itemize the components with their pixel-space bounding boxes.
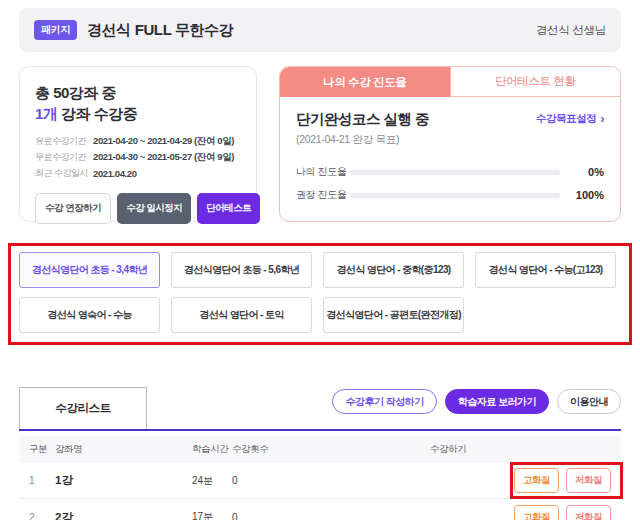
last-attended-label: 최근 수강일시 [35,167,93,180]
col-header-no: 구분 [29,443,55,456]
paid-period-row: 유료수강기간 2021-04-20 ~ 2021-04-29 (잔여 0일) [35,135,250,148]
last-attended-value: 2021.04.20 [93,168,137,179]
free-period-label: 무료수강기간 [35,151,93,164]
view-count: 0 [232,475,282,486]
attend-cell: 고화질 저화질 [282,505,611,520]
row-number: 2 [29,512,55,520]
col-header-study-time: 학습시간 [192,443,232,456]
enrollment-info-rows: 유료수강기간 2021-04-20 ~ 2021-04-29 (잔여 0일) 무… [35,135,250,180]
category-tab-elementary-34[interactable]: 경선식영단어 초등 - 3,4학년 [19,252,160,288]
progress-rows: 나의 진도율 0% 권장 진도율 100% [296,165,604,202]
category-row-1: 경선식영단어 초등 - 3,4학년 경선식영단어 초등 - 5,6학년 경선식 … [19,252,629,288]
hd-quality-button[interactable]: 고화질 [514,505,559,520]
sd-quality-button[interactable]: 저화질 [566,468,611,493]
paid-period-value: 2021-04-20 ~ 2021-04-29 (잔여 0일) [93,135,234,148]
quality-buttons: 고화질 저화질 [514,468,611,493]
lecture-name: 1강 [55,473,192,488]
tab-word-test-status[interactable]: 단어테스트 현황 [450,67,621,97]
chevron-right-icon: › [600,112,604,126]
my-progress-row: 나의 진도율 0% [296,165,604,179]
course-goal-date: (2021-04-21 완강 목표) [296,133,429,147]
category-tab-middle-school[interactable]: 경선식 영단어 - 중학(중123) [323,252,464,288]
study-time: 24분 [192,474,232,488]
free-period-row: 무료수강기간 2021-04-30 ~ 2021-05-27 (잔여 9일) [35,151,250,164]
current-courses-line: 1개 강좌 수강중 [35,103,250,124]
enrollment-summary-card: 총 50강좌 중 1개 강좌 수강중 유료수강기간 2021-04-20 ~ 2… [19,66,257,222]
category-tab-elementary-56[interactable]: 경선식영단어 초등 - 5,6학년 [171,252,312,288]
progress-card-body: 단기완성코스 실행 중 (2021-04-21 완강 목표) 수강목표설정› 나… [280,97,620,202]
category-row-2: 경선식 영숙어 - 수능 경선식 영단어 - 토익 경선식영단어 - 공편토(완… [19,297,629,333]
lecture-name: 2강 [55,510,192,520]
progress-card: 나의 수강 진도율 단어테스트 현황 단기완성코스 실행 중 (2021-04-… [279,66,621,222]
study-materials-button[interactable]: 학습자료 보러가기 [445,389,549,414]
my-progress-bar-track [350,170,560,175]
sd-quality-button[interactable]: 저화질 [566,505,611,520]
row-number: 1 [29,475,55,486]
course-status-row: 단기완성코스 실행 중 (2021-04-21 완강 목표) 수강목표설정› [296,110,604,147]
enrollment-headline: 총 50강좌 중 1개 강좌 수강중 [35,82,250,124]
tab-my-progress[interactable]: 나의 수강 진도율 [280,67,450,97]
course-list-actions: 수강후기 작성하기 학습자료 보러가기 이용안내 [332,389,621,414]
tab-course-list[interactable]: 수강리스트 [19,387,147,429]
category-tab-toeic[interactable]: 경선식 영단어 - 토익 [171,297,312,333]
table-header-row: 구분 강좌명 학습시간 수강횟수 수강하기 [19,436,621,463]
category-tab-gongpyeonto[interactable]: 경선식영단어 - 공편토(완전개정) [323,297,464,333]
table-row-lecture-1: 1 1강 24분 0 고화질 저화질 [19,463,621,499]
course-status-block: 단기완성코스 실행 중 (2021-04-21 완강 목표) [296,110,429,147]
category-tab-idioms-suneung[interactable]: 경선식 영숙어 - 수능 [19,297,160,333]
total-courses-line: 총 50강좌 중 [35,82,250,103]
col-header-course-name: 강좌명 [55,443,192,456]
view-count: 0 [232,512,282,520]
quality-buttons: 고화질 저화질 [514,505,611,520]
page-title: 경선식 FULL 무한수강 [87,21,233,40]
category-tab-suneung[interactable]: 경선식 영단어 - 수능(고123) [475,252,616,288]
recommended-progress-row: 권장 진도율 100% [296,188,604,202]
hd-quality-button[interactable]: 고화질 [514,468,559,493]
my-progress-label: 나의 진도율 [296,165,350,179]
current-count-rest: 강좌 수강중 [57,105,137,122]
recommended-progress-value: 100% [570,189,604,201]
col-header-attend: 수강하기 [282,443,611,456]
recommended-progress-label: 권장 진도율 [296,188,350,202]
package-badge: 패키지 [34,20,77,40]
col-header-view-count: 수강횟수 [232,443,282,456]
extend-enrollment-button[interactable]: 수강 연장하기 [35,193,111,224]
study-time: 17분 [192,510,232,520]
table-row-lecture-2: 2 2강 17분 0 고화질 저화질 [19,499,621,520]
paid-period-label: 유료수강기간 [35,135,93,148]
recommended-progress-bar-track [350,193,560,198]
write-review-button[interactable]: 수강후기 작성하기 [332,389,436,414]
course-dashboard-page: 패키지 경선식 FULL 무한수강 경선식 선생님 총 50강좌 중 1개 강좌… [0,0,640,520]
last-attended-row: 최근 수강일시 2021.04.20 [35,167,250,180]
table-top-divider [19,429,621,431]
enrollment-buttons: 수강 연장하기 수강 일시정지 단어테스트 [35,193,250,224]
progress-card-tabs: 나의 수강 진도율 단어테스트 현황 [280,67,620,97]
set-goal-link[interactable]: 수강목표설정› [536,112,604,126]
course-category-section-annotated: 경선식영단어 초등 - 3,4학년 경선식영단어 초등 - 5,6학년 경선식 … [8,243,632,345]
usage-guide-button[interactable]: 이용안내 [557,389,621,414]
attend-cell: 고화질 저화질 [282,468,611,493]
current-count-highlight: 1개 [35,105,57,122]
course-status-text: 단기완성코스 실행 중 [296,110,429,129]
pause-enrollment-button[interactable]: 수강 일시정지 [117,193,191,224]
my-progress-value: 0% [570,166,604,178]
course-list-header: 수강리스트 수강후기 작성하기 학습자료 보러가기 이용안내 [19,387,621,429]
summary-cards-row: 총 50강좌 중 1개 강좌 수강중 유료수강기간 2021-04-20 ~ 2… [19,66,621,222]
teacher-name: 경선식 선생님 [536,23,606,38]
free-period-value: 2021-04-30 ~ 2021-05-27 (잔여 9일) [93,151,234,164]
set-goal-link-label: 수강목표설정 [536,112,597,126]
word-test-button[interactable]: 단어테스트 [197,193,260,224]
package-header-bar: 패키지 경선식 FULL 무한수강 경선식 선생님 [19,8,621,52]
